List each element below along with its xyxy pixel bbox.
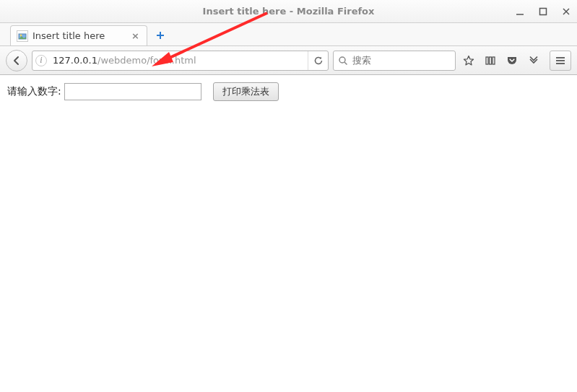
svg-rect-12: [493, 57, 495, 64]
tab-active[interactable]: Insert title here ×: [10, 25, 147, 45]
print-table-button[interactable]: 打印乘法表: [213, 82, 279, 101]
search-input[interactable]: [352, 55, 451, 66]
reload-button[interactable]: [308, 51, 328, 70]
svg-rect-11: [490, 57, 492, 64]
back-button[interactable]: [6, 50, 27, 71]
url-host: 127.0.0.1: [53, 55, 97, 66]
window-close-button[interactable]: [561, 6, 571, 17]
number-input[interactable]: [64, 83, 201, 100]
navigation-toolbar: i 127.0.0.1/webdemo/form.html: [0, 46, 577, 75]
svg-rect-1: [540, 9, 547, 15]
pocket-button[interactable]: [503, 52, 521, 69]
page-content: 请输入数字: 打印乘法表: [0, 75, 577, 392]
tab-favicon-icon: [17, 30, 28, 42]
bookmark-star-button[interactable]: [460, 52, 477, 69]
site-info-icon[interactable]: i: [35, 55, 47, 66]
menu-button[interactable]: [550, 51, 571, 71]
overflow-button[interactable]: [525, 52, 542, 69]
window-titlebar: Insert title here - Mozilla Firefox: [0, 0, 577, 23]
tab-close-button[interactable]: ×: [130, 30, 141, 41]
svg-point-5: [20, 34, 22, 36]
window-maximize-button[interactable]: [538, 6, 548, 17]
search-icon: [338, 56, 348, 66]
url-text[interactable]: 127.0.0.1/webdemo/form.html: [50, 55, 308, 66]
tab-title: Insert title here: [32, 30, 105, 41]
svg-line-9: [344, 62, 347, 65]
new-tab-button[interactable]: [152, 27, 169, 44]
form-row: 请输入数字: 打印乘法表: [7, 82, 570, 101]
url-path: /webdemo/form.html: [97, 55, 196, 66]
url-bar[interactable]: i 127.0.0.1/webdemo/form.html: [32, 51, 329, 71]
svg-rect-10: [486, 57, 488, 64]
window-title: Insert title here - Mozilla Firefox: [203, 6, 375, 17]
number-label: 请输入数字:: [7, 85, 61, 98]
window-minimize-button[interactable]: [515, 6, 525, 17]
svg-point-8: [339, 57, 345, 63]
search-box[interactable]: [333, 51, 456, 71]
library-button[interactable]: [482, 52, 499, 69]
tab-strip: Insert title here ×: [0, 23, 577, 46]
